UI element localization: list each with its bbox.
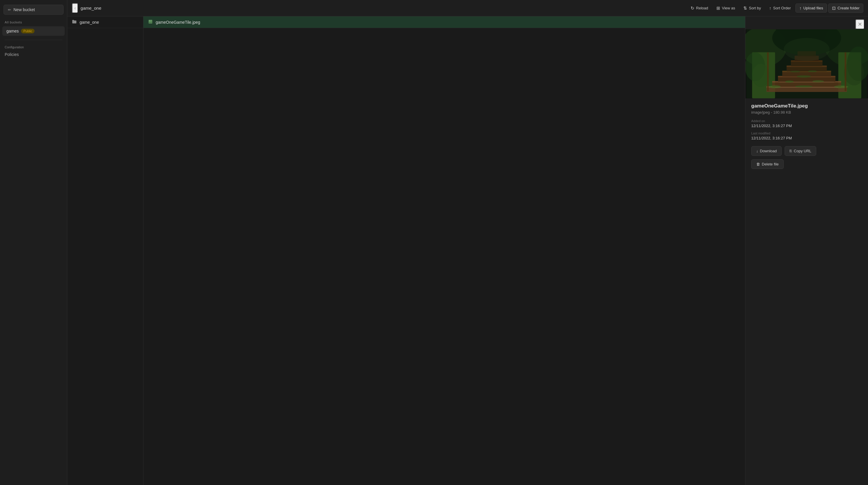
- last-modified-value: 12/11/2022, 3:16:27 PM: [751, 136, 862, 140]
- delete-file-button[interactable]: 🗑 Delete file: [751, 159, 784, 169]
- view-as-button[interactable]: ⊞ View as: [713, 4, 739, 12]
- preview-filename: gameOneGameTile.jpeg: [751, 103, 862, 109]
- preview-meta: image/jpeg - 180.98 KB: [751, 110, 862, 115]
- copy-url-button[interactable]: ⎘ Copy URL: [784, 146, 816, 156]
- list-item[interactable]: gameOneGameTile.jpeg: [144, 17, 745, 28]
- new-bucket-button[interactable]: ✏ New bucket: [3, 5, 63, 15]
- upload-icon: ↑: [799, 5, 802, 10]
- reload-button[interactable]: ↻ Reload: [687, 4, 712, 12]
- reload-icon: ↻: [691, 5, 694, 11]
- svg-point-1: [150, 21, 150, 21]
- preview-panel: ✕: [745, 17, 868, 485]
- edit-icon: ✏: [8, 8, 11, 12]
- download-icon: ↓: [756, 149, 758, 153]
- copy-url-label: Copy URL: [794, 149, 811, 153]
- svg-rect-37: [779, 82, 834, 83]
- sort-order-button[interactable]: ↑ Sort Order: [766, 4, 794, 12]
- sort-order-icon: ↑: [769, 5, 771, 10]
- added-on-value: 12/11/2022, 3:16:27 PM: [751, 123, 862, 128]
- create-folder-icon: ⊡: [832, 5, 836, 11]
- svg-rect-36: [775, 87, 838, 88]
- back-button[interactable]: ‹: [72, 3, 78, 13]
- bucket-name: games: [6, 29, 19, 33]
- view-as-icon: ⊞: [716, 5, 720, 11]
- back-icon: ‹: [74, 5, 76, 11]
- folder-column: game_one: [67, 17, 144, 485]
- image-icon: [148, 19, 153, 25]
- file-column: gameOneGameTile.jpeg: [144, 17, 745, 485]
- reload-label: Reload: [696, 6, 708, 10]
- create-folder-label: Create folder: [838, 6, 860, 10]
- sidebar-divider: [5, 40, 62, 40]
- download-button[interactable]: ↓ Download: [751, 146, 782, 156]
- sort-by-icon: ⇅: [743, 5, 747, 11]
- folder-name: game_one: [80, 20, 99, 25]
- preview-header: ✕: [745, 17, 868, 29]
- list-item[interactable]: game_one: [67, 17, 143, 28]
- download-label: Download: [760, 149, 777, 153]
- preview-info: gameOneGameTile.jpeg image/jpeg - 180.98…: [745, 98, 868, 174]
- upload-files-button[interactable]: ↑ Upload files: [796, 3, 827, 12]
- delete-icon: 🗑: [756, 162, 760, 166]
- preview-close-button[interactable]: ✕: [856, 19, 865, 29]
- folder-icon: [72, 19, 77, 25]
- sidebar-item-games[interactable]: games Public: [2, 26, 65, 36]
- preview-image: [745, 29, 868, 98]
- new-bucket-label: New bucket: [13, 7, 35, 12]
- copy-url-icon: ⎘: [789, 149, 792, 153]
- breadcrumb: game_one: [81, 5, 684, 10]
- svg-point-33: [844, 59, 864, 85]
- sort-by-button[interactable]: ⇅ Sort by: [740, 4, 765, 12]
- file-browser: game_one gameOneGameTile.jpeg: [67, 17, 868, 485]
- file-name: gameOneGameTile.jpeg: [156, 20, 200, 25]
- svg-point-32: [752, 64, 769, 87]
- topbar-actions: ↻ Reload ⊞ View as ⇅ Sort by ↑ Sort Orde…: [687, 3, 863, 13]
- added-on-label: Added on: [751, 119, 862, 123]
- delete-label: Delete file: [762, 162, 779, 166]
- svg-point-27: [797, 75, 811, 78]
- preview-image-container: [745, 29, 868, 98]
- svg-point-38: [784, 38, 830, 61]
- last-modified-label: Last modified: [751, 132, 862, 135]
- svg-point-29: [808, 70, 816, 72]
- topbar: ‹ game_one ↻ Reload ⊞ View as ⇅ Sort by …: [67, 0, 868, 17]
- configuration-label: Configuration: [0, 44, 67, 50]
- preview-actions: ↓ Download ⎘ Copy URL: [751, 146, 862, 156]
- sort-by-label: Sort by: [749, 6, 761, 10]
- upload-files-label: Upload files: [803, 6, 823, 10]
- all-buckets-label: All buckets: [0, 18, 67, 26]
- close-icon: ✕: [858, 21, 862, 27]
- sort-order-label: Sort Order: [773, 6, 791, 10]
- main-content: ‹ game_one ↻ Reload ⊞ View as ⇅ Sort by …: [67, 0, 868, 485]
- sidebar: ✏ New bucket All buckets games Public Co…: [0, 0, 67, 485]
- sidebar-item-policies[interactable]: Policies: [0, 50, 67, 59]
- public-badge: Public: [21, 29, 34, 33]
- svg-point-28: [790, 70, 800, 72]
- file-list-area: game_one gameOneGameTile.jpeg: [67, 17, 745, 485]
- create-folder-button[interactable]: ⊡ Create folder: [828, 3, 863, 13]
- view-as-label: View as: [722, 6, 735, 10]
